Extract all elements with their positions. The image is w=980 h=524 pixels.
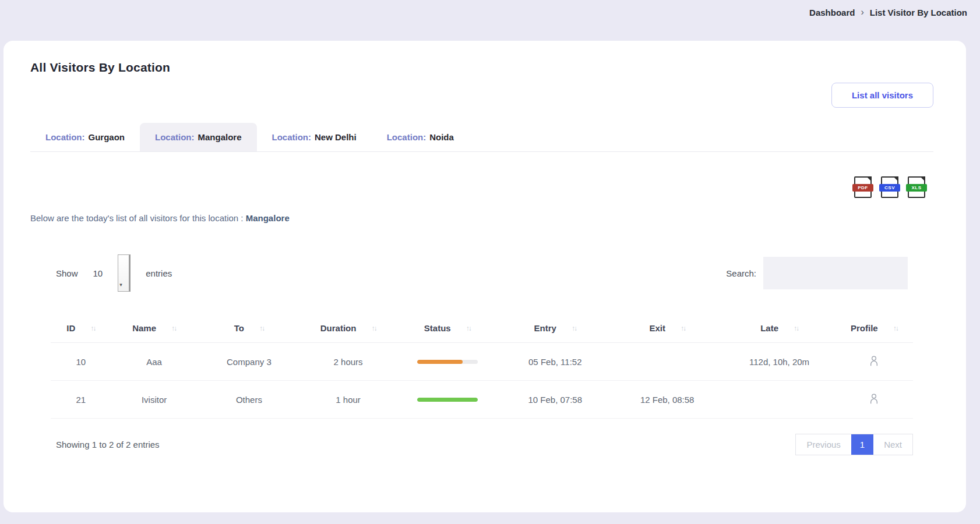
show-label: Show	[56, 268, 78, 278]
column-header-duration[interactable]: Duration↑↓	[301, 315, 396, 343]
tab-location-new-delhi[interactable]: Location: New Delhi	[257, 123, 372, 151]
cell-to: Company 3	[198, 343, 301, 381]
entries-select[interactable]: ▾	[118, 254, 131, 292]
info-text: Below are the today's list of all visito…	[30, 213, 244, 223]
sort-icon[interactable]: ↑↓	[90, 324, 95, 332]
column-label: Status	[424, 323, 451, 333]
cell-status	[396, 381, 499, 419]
breadcrumb: Dashboard › List Visitor By Location	[809, 7, 967, 17]
page-title: All Visitors By Location	[30, 61, 933, 75]
tab-prefix: Location:	[155, 132, 195, 142]
sort-icon[interactable]: ↑↓	[794, 324, 798, 332]
cell-id: 10	[51, 343, 111, 381]
column-header-id[interactable]: ID↑↓	[51, 315, 111, 343]
tab-location-mangalore[interactable]: Location: Mangalore	[140, 123, 257, 151]
main-card: All Visitors By Location List all visito…	[3, 41, 966, 512]
column-header-to[interactable]: To↑↓	[198, 315, 301, 343]
column-label: Exit	[649, 323, 665, 333]
cell-status	[396, 343, 499, 381]
column-label: Profile	[851, 323, 878, 333]
tab-name: Noida	[429, 132, 454, 142]
column-label: Name	[132, 323, 156, 333]
export-csv-icon[interactable]: CSV	[881, 176, 898, 198]
column-header-status[interactable]: Status↑↓	[396, 315, 499, 343]
column-header-entry[interactable]: Entry↑↓	[499, 315, 611, 343]
tab-location-gurgaon[interactable]: Location: Gurgaon	[30, 123, 140, 151]
export-pdf-icon[interactable]: PDF	[854, 176, 872, 198]
tab-name: Mangalore	[198, 132, 242, 142]
next-page-button[interactable]: Next	[873, 434, 912, 455]
cell-entry: 10 Feb, 07:58	[499, 381, 611, 419]
pagination: Previous 1 Next	[795, 434, 913, 455]
sort-icon[interactable]: ↑↓	[371, 324, 376, 332]
cell-profile	[836, 343, 913, 381]
sort-icon[interactable]: ↑↓	[893, 324, 898, 332]
csv-file-label: CSV	[879, 184, 900, 192]
tab-prefix: Location:	[387, 132, 426, 142]
sort-icon[interactable]: ↑↓	[572, 324, 576, 332]
column-label: Duration	[320, 323, 357, 333]
table-controls: Show 10 ▾ entries Search:	[56, 254, 908, 292]
column-label: Late	[760, 323, 778, 333]
breadcrumb-current-page: List Visitor By Location	[870, 8, 967, 17]
search-label: Search:	[726, 268, 756, 278]
sort-icon[interactable]: ↑↓	[466, 324, 471, 332]
show-entries-group: Show 10 ▾ entries	[56, 254, 172, 292]
cell-duration: 1 hour	[301, 381, 396, 419]
column-header-exit[interactable]: Exit↑↓	[611, 315, 723, 343]
tab-location-noida[interactable]: Location: Noida	[372, 123, 469, 151]
entries-label: entries	[146, 268, 172, 278]
sort-icon[interactable]: ↑↓	[681, 324, 685, 332]
chevron-down-icon: ▾	[119, 282, 122, 288]
cell-exit	[611, 343, 723, 381]
table-row: 21 Ivisitor Others 1 hour 10 Feb, 07:58 …	[51, 381, 913, 419]
location-tabs: Location: Gurgaon Location: Mangalore Lo…	[30, 123, 933, 152]
search-input[interactable]	[763, 257, 908, 289]
sort-icon[interactable]: ↑↓	[171, 324, 176, 332]
export-xls-icon[interactable]: XLS	[908, 176, 925, 198]
table-row: 10 Aaa Company 3 2 hours 05 Feb, 11:52 1…	[51, 343, 913, 381]
cell-late: 112d, 10h, 20m	[723, 343, 835, 381]
previous-page-button[interactable]: Previous	[796, 434, 851, 455]
cell-late	[723, 381, 835, 419]
showing-entries-text: Showing 1 to 2 of 2 entries	[56, 440, 160, 449]
cell-name: Aaa	[111, 343, 198, 381]
column-header-name[interactable]: Name↑↓	[111, 315, 198, 343]
table-footer: Showing 1 to 2 of 2 entries Previous 1 N…	[56, 434, 913, 455]
status-progress-bar	[417, 398, 478, 402]
cell-name: Ivisitor	[111, 381, 198, 419]
xls-file-label: XLS	[906, 184, 927, 192]
page-number-button[interactable]: 1	[851, 434, 873, 455]
cell-to: Others	[198, 381, 301, 419]
cell-id: 21	[51, 381, 111, 419]
column-label: ID	[66, 323, 75, 333]
info-location: Mangalore	[246, 213, 290, 223]
top-bar: Dashboard › List Visitor By Location	[0, 0, 980, 41]
profile-person-icon[interactable]	[869, 393, 879, 406]
cell-exit: 12 Feb, 08:58	[611, 381, 723, 419]
search-group: Search:	[726, 257, 908, 289]
table-header-row: ID↑↓ Name↑↓ To↑↓ Duration↑↓ Status↑↓ Ent…	[51, 315, 913, 343]
profile-person-icon[interactable]	[869, 355, 879, 368]
column-label: To	[234, 323, 244, 333]
cell-entry: 05 Feb, 11:52	[499, 343, 611, 381]
tab-prefix: Location:	[45, 132, 85, 142]
pdf-file-label: PDF	[852, 184, 873, 192]
column-label: Entry	[534, 323, 556, 333]
status-progress-fill	[417, 360, 463, 364]
info-line: Below are the today's list of all visito…	[30, 213, 933, 223]
chevron-right-icon: ›	[861, 7, 863, 17]
export-buttons: PDF CSV XLS	[30, 176, 933, 198]
status-progress-fill	[417, 398, 478, 402]
cell-duration: 2 hours	[301, 343, 396, 381]
column-header-profile[interactable]: Profile↑↓	[836, 315, 913, 343]
button-row: List all visitors	[30, 83, 933, 108]
sort-icon[interactable]: ↑↓	[259, 324, 264, 332]
cell-profile	[836, 381, 913, 419]
list-all-visitors-button[interactable]: List all visitors	[831, 83, 933, 108]
breadcrumb-dashboard[interactable]: Dashboard	[809, 8, 855, 17]
status-progress-bar	[417, 360, 478, 364]
visitors-table: ID↑↓ Name↑↓ To↑↓ Duration↑↓ Status↑↓ Ent…	[51, 315, 913, 419]
column-header-late[interactable]: Late↑↓	[723, 315, 835, 343]
page-size-value: 10	[93, 268, 103, 278]
